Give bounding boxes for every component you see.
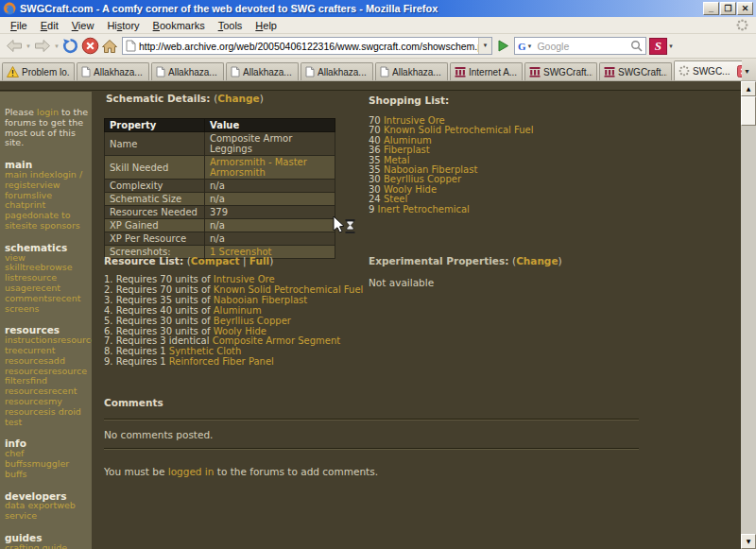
- url-input[interactable]: http://web.archive.org/web/2005040612231…: [122, 37, 492, 55]
- resource-link[interactable]: Wooly Hide: [384, 184, 437, 195]
- login-link[interactable]: login: [37, 107, 59, 117]
- menu-bar: FileEditViewHistoryBookmarksToolsHelp: [0, 17, 756, 34]
- menu-bookmarks[interactable]: Bookmarks: [146, 18, 212, 33]
- menu-edit[interactable]: Edit: [34, 18, 65, 33]
- menu-view[interactable]: View: [65, 18, 101, 33]
- resource-link[interactable]: Metal: [384, 155, 410, 165]
- logged-in-link[interactable]: logged in: [168, 466, 215, 477]
- tab-overflow-button[interactable]: ▼: [742, 68, 754, 80]
- resource-link[interactable]: Known Solid Petrochemical Fuel: [214, 284, 364, 295]
- sidebar-item-site-sponsors[interactable]: site sponsors: [21, 220, 80, 231]
- note-text: to the forums to add comments.: [214, 466, 378, 477]
- tab-label: SWGCraft...: [618, 67, 667, 77]
- table-property: Name: [105, 132, 205, 156]
- comments-title: Comments: [104, 397, 163, 408]
- item-quantity: 35: [369, 164, 384, 175]
- search-engine-icon[interactable]: G: [518, 41, 526, 52]
- tab-7[interactable]: Internet A...: [450, 62, 523, 80]
- tab-3[interactable]: Allakhaza...: [151, 62, 224, 80]
- comments-empty-text: No comments posted.: [104, 429, 213, 440]
- resource-link[interactable]: Fiberplast: [384, 145, 430, 155]
- forward-dropdown-icon[interactable]: ▼: [54, 43, 60, 49]
- resource-list-title: Resource List: (Compact | Full): [104, 255, 273, 266]
- resource-link[interactable]: Composite Armor Segment: [213, 335, 340, 346]
- extension-dropdown-icon[interactable]: ▼: [668, 43, 674, 49]
- page-icon: [231, 66, 240, 77]
- shopping-list-item: 9 Inert Petrochemical: [369, 205, 534, 214]
- sidebar-item-data-export[interactable]: data export: [5, 500, 57, 510]
- tab-2[interactable]: Allakhaza...: [77, 62, 149, 80]
- resource-link[interactable]: Intrusive Ore: [214, 274, 275, 284]
- sidebar-item-instructions[interactable]: instructions: [5, 335, 58, 345]
- resource-link[interactable]: Steel: [384, 194, 407, 204]
- tab-6[interactable]: Allakhaza...: [375, 62, 448, 80]
- resource-link[interactable]: Aluminum: [384, 135, 432, 146]
- search-icon[interactable]: [630, 40, 643, 52]
- restore-button[interactable]: ❐: [720, 2, 736, 15]
- section-heading: Experimental Properties:: [369, 255, 508, 266]
- menu-history[interactable]: History: [100, 18, 146, 33]
- table-value: n/a: [210, 233, 225, 244]
- s-extension-button[interactable]: S: [649, 38, 667, 55]
- tab-8[interactable]: SWGCraft...: [524, 62, 597, 80]
- page-content: Please login to the forums to get the mo…: [0, 81, 756, 549]
- table-value-link[interactable]: Armorsmith - Master Armorsmith: [210, 157, 307, 178]
- scroll-down-button[interactable]: ▼: [741, 534, 756, 549]
- schematic-change-link[interactable]: Change: [217, 93, 259, 104]
- go-button[interactable]: [495, 36, 511, 57]
- page-icon: [81, 66, 91, 77]
- resource-link[interactable]: Beyrllius Copper: [384, 174, 461, 184]
- page-title: SWGCraft.com - A comfy corner of the web…: [20, 3, 702, 14]
- vertical-scrollbar[interactable]: ▲ ▼: [741, 81, 756, 549]
- minimize-button[interactable]: _: [703, 2, 719, 15]
- firefox-icon: [3, 2, 16, 15]
- full-link[interactable]: Full: [249, 255, 269, 266]
- search-engine-dropdown-icon[interactable]: ▼: [526, 43, 532, 49]
- tab-4[interactable]: Allakhaza...: [226, 62, 299, 80]
- tab-1[interactable]: Problem lo...: [2, 62, 75, 80]
- tab-bar: Problem lo... Allakhaza... Allakhaza... …: [0, 59, 756, 81]
- sidebar-item-view-skilltree[interactable]: view skilltree: [5, 252, 40, 273]
- menu-tools[interactable]: Tools: [212, 18, 249, 33]
- tab-10[interactable]: SWGC...: [674, 60, 742, 80]
- spinner-icon: [679, 65, 690, 77]
- resource-link[interactable]: Synthetic Cloth: [169, 346, 242, 356]
- resource-link[interactable]: Inert Petrochemical: [378, 204, 470, 214]
- experimental-body: Not available: [369, 277, 434, 288]
- resource-link[interactable]: Nabooian Fiberplast: [384, 164, 477, 175]
- scrollbar-thumb[interactable]: [741, 96, 756, 126]
- sidebar-item-chef-buffs[interactable]: chef buffs: [5, 448, 27, 469]
- resource-link[interactable]: Intrusive Ore: [384, 115, 445, 126]
- tab-label: Allakhaza...: [318, 67, 367, 77]
- scroll-up-button[interactable]: ▲: [741, 81, 756, 96]
- close-button[interactable]: ✕: [737, 2, 753, 15]
- sidebar-item-crafting-guide[interactable]: crafting guide: [5, 542, 67, 549]
- resource-link[interactable]: Nabooian Fiberplast: [214, 295, 307, 305]
- forward-button[interactable]: [32, 36, 53, 57]
- divider: [104, 448, 639, 450]
- item-quantity: 35: [369, 155, 384, 165]
- sidebar-item-main-index[interactable]: main index: [5, 169, 55, 180]
- back-dropdown-icon[interactable]: ▼: [26, 43, 31, 49]
- tab-label: Internet A...: [469, 67, 517, 77]
- resource-link[interactable]: Aluminum: [214, 305, 262, 316]
- stop-button[interactable]: [80, 36, 100, 57]
- tab-5[interactable]: Allakhaza...: [301, 62, 373, 80]
- home-button[interactable]: [100, 36, 119, 57]
- experimental-change-link[interactable]: Change: [516, 255, 558, 266]
- table-property: Complexity: [105, 180, 205, 193]
- compact-link[interactable]: Compact: [191, 255, 240, 266]
- menu-file[interactable]: File: [4, 18, 34, 33]
- resource-link[interactable]: Known Solid Petrochemical Fuel: [384, 125, 534, 135]
- url-dropdown-icon[interactable]: ▼: [478, 38, 491, 54]
- reload-button[interactable]: [60, 36, 80, 57]
- resource-link[interactable]: Beyrllius Copper: [214, 316, 291, 326]
- title-bar[interactable]: SWGCraft.com - A comfy corner of the web…: [0, 0, 756, 17]
- search-input[interactable]: G ▼ Google: [514, 37, 646, 55]
- sidebar-section: mainmain indexlogin / registerview forum…: [5, 160, 89, 232]
- resource-link[interactable]: Wooly Hide: [214, 326, 266, 336]
- back-button[interactable]: [4, 36, 25, 57]
- tab-9[interactable]: SWGCraft...: [599, 62, 672, 80]
- menu-help[interactable]: Help: [249, 18, 284, 33]
- resource-link[interactable]: Reinforced Fiber Panel: [169, 356, 274, 367]
